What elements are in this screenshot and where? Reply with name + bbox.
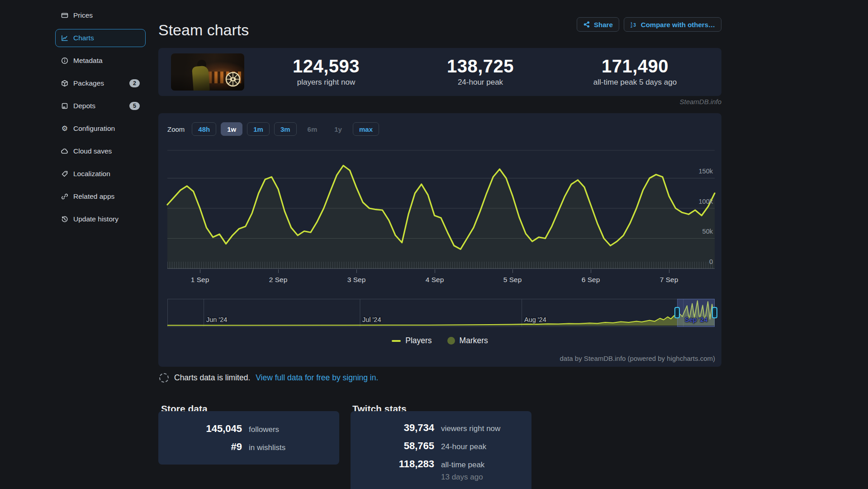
sidebar-item-prices[interactable]: Prices	[55, 6, 146, 24]
zoom-48h-button[interactable]: 48h	[192, 122, 216, 136]
players-chart-svg	[167, 149, 715, 269]
zoom-1m-button[interactable]: 1m	[247, 122, 270, 136]
sidebar-item-configuration[interactable]: ⚙ Configuration	[55, 120, 146, 138]
numeric-123-icon: 123	[630, 21, 637, 28]
info-icon	[61, 57, 68, 64]
sidebar-item-label: Metadata	[73, 57, 103, 65]
packages-count-badge: 2	[129, 79, 140, 87]
players-now-stat: 124,593 players right now	[293, 56, 360, 87]
sidebar-item-related-apps[interactable]: Related apps	[55, 187, 146, 206]
peak-24h-stat: 138,725 24-hour peak	[447, 56, 514, 87]
players-line-swatch	[392, 340, 401, 342]
sidebar-item-label: Configuration	[73, 125, 115, 133]
y-axis-label-0: 0	[681, 258, 713, 265]
zoom-1y-button: 1y	[328, 122, 348, 136]
depots-count-badge: 5	[129, 102, 140, 110]
gear-icon: ⚙	[61, 125, 68, 132]
peak-all-time-stat: 171,490 all-time peak 5 days ago	[593, 56, 677, 87]
share-button[interactable]: Share	[577, 17, 619, 32]
zoom-max-button[interactable]: max	[353, 122, 379, 136]
wishlists-value: #9	[158, 441, 242, 453]
twitch-all-time-peak-row: 118,283 all-time peak	[351, 458, 484, 470]
twitch-24h-peak-label: 24-hour peak	[441, 442, 486, 451]
legend-players-label: Players	[405, 336, 432, 345]
sidebar-item-cloud-saves[interactable]: Cloud saves	[55, 142, 146, 160]
peak-24h-label: 24-hour peak	[447, 78, 514, 87]
wishlists-label: in wishlists	[249, 443, 285, 452]
peak-24h-value: 138,725	[447, 56, 514, 77]
sidebar-item-packages[interactable]: Packages 2	[55, 74, 146, 92]
compare-button-label: Compare with others…	[641, 21, 715, 29]
legend-item-players[interactable]: Players	[392, 336, 432, 345]
dashed-circle-icon	[159, 373, 169, 383]
twitch-24h-peak-row: 58,765 24-hour peak	[351, 440, 486, 452]
compare-button[interactable]: 123 Compare with others…	[624, 17, 721, 32]
credit-card-icon	[61, 12, 68, 19]
page-title: Steam charts	[158, 21, 249, 39]
zoom-controls: Zoom 48h 1w 1m 3m 6m 1y max	[167, 122, 379, 136]
x-axis-label: 6 Sep	[582, 276, 600, 284]
navigator-right-handle[interactable]	[712, 307, 717, 318]
sidebar-item-label: Charts	[73, 34, 94, 42]
cloud-icon	[61, 148, 68, 155]
twitch-stats-panel: 39,734 viewers right now 58,765 24-hour …	[351, 411, 531, 489]
navigator-month-label: Jun '24	[206, 316, 227, 323]
store-data-panel: 145,045 followers #9 in wishlists	[158, 411, 339, 465]
x-axis-label: 7 Sep	[660, 276, 678, 284]
line-chart-icon	[61, 34, 68, 42]
twitch-viewers-label: viewers right now	[441, 424, 500, 433]
zoom-6m-button: 6m	[301, 122, 324, 136]
followers-label: followers	[249, 425, 279, 434]
navigator-month-label: Sep '24	[685, 316, 707, 323]
share-nodes-icon	[583, 21, 590, 28]
x-axis-tick	[669, 269, 669, 273]
chart-legend: Players Markers	[158, 336, 721, 345]
cube-icon	[61, 80, 68, 87]
legend-markers-label: Markers	[460, 336, 488, 345]
twitch-viewers-value: 39,734	[351, 422, 434, 434]
followers-value: 145,045	[158, 423, 242, 435]
sign-in-link[interactable]: View full data for free by signing in.	[256, 373, 378, 383]
followers-row: 145,045 followers	[158, 423, 279, 435]
depot-box-icon	[61, 102, 68, 110]
x-axis-tick	[591, 269, 591, 273]
peak-all-time-label: all-time peak 5 days ago	[593, 78, 677, 87]
navigator-svg	[167, 299, 715, 327]
x-axis-tick	[512, 269, 513, 273]
sidebar-item-label: Localization	[73, 170, 110, 178]
sidebar-item-label: Cloud saves	[73, 147, 112, 155]
tag-icon	[61, 170, 68, 177]
legend-item-markers[interactable]: Markers	[447, 336, 488, 345]
sidebar-item-depots[interactable]: Depots 5	[55, 97, 146, 115]
wishlists-row: #9 in wishlists	[158, 441, 285, 453]
chart-panel: Zoom 48h 1w 1m 3m 6m 1y max 150k 100k 50…	[158, 113, 721, 367]
x-axis-label: 2 Sep	[269, 276, 288, 284]
sidebar: Prices Charts Metadata Packages 2 Depots…	[0, 0, 154, 233]
sidebar-item-metadata[interactable]: Metadata	[55, 52, 146, 70]
navigator-left-handle[interactable]	[674, 307, 680, 318]
game-capsule-image	[171, 53, 244, 91]
twitch-viewers-row: 39,734 viewers right now	[351, 422, 500, 434]
zoom-3m-button[interactable]: 3m	[274, 122, 297, 136]
twitch-24h-peak-value: 58,765	[351, 440, 434, 452]
sidebar-item-localization[interactable]: Localization	[55, 165, 146, 183]
x-axis-label: 5 Sep	[503, 276, 522, 284]
x-axis: 1 Sep 2 Sep 3 Sep 4 Sep 5 Sep 6 Sep 7 Se…	[167, 269, 715, 288]
zoom-1w-button[interactable]: 1w	[221, 122, 242, 136]
x-axis-label: 4 Sep	[426, 276, 444, 284]
x-axis-tick	[278, 269, 279, 273]
main-chart-plot[interactable]: 150k 100k 50k 0	[167, 149, 715, 269]
markers-circle-swatch	[447, 337, 455, 345]
chart-navigator[interactable]: Jun '24 Jul '24 Aug '24 Sep '24	[167, 299, 715, 327]
sidebar-item-charts[interactable]: Charts	[55, 29, 146, 47]
sidebar-item-label: Packages	[73, 79, 104, 87]
navigator-month-label: Jul '24	[362, 316, 381, 323]
history-clock-icon	[61, 216, 68, 223]
sidebar-item-label: Related apps	[73, 192, 114, 201]
y-axis-label-100k: 100k	[681, 198, 713, 205]
sidebar-item-update-history[interactable]: Update history	[55, 210, 146, 228]
share-button-label: Share	[594, 21, 613, 29]
svg-text:2: 2	[631, 24, 632, 28]
zoom-label: Zoom	[167, 125, 185, 133]
players-now-value: 124,593	[293, 56, 360, 77]
